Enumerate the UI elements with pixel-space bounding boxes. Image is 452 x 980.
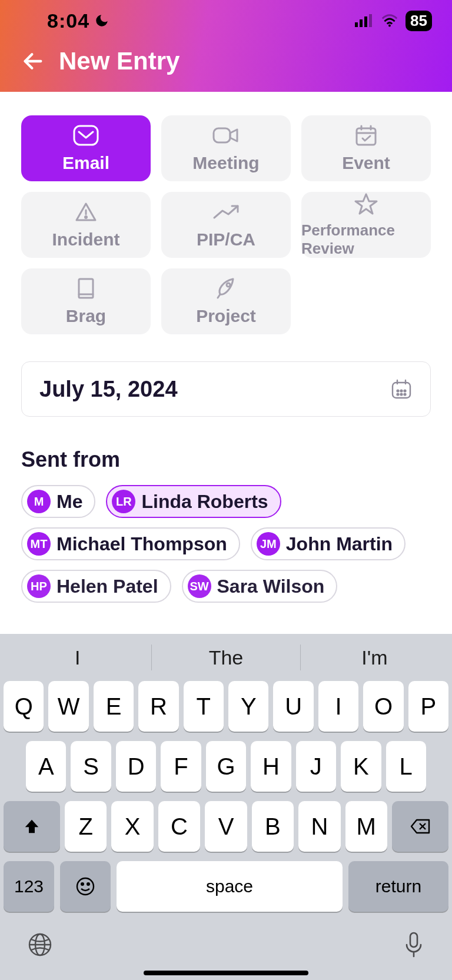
alert-icon	[74, 200, 98, 224]
key-r[interactable]: R	[138, 681, 178, 732]
avatar: SW	[188, 574, 211, 598]
date-field[interactable]: July 15, 2024	[21, 361, 431, 417]
key-row-3: Z X C V B N M	[4, 801, 448, 852]
sent-from-label: Sent from	[21, 447, 431, 472]
key-numbers[interactable]: 123	[4, 861, 54, 912]
person-chip-linda-roberts[interactable]: LR Linda Roberts	[106, 485, 281, 518]
key-h[interactable]: H	[251, 741, 291, 792]
avatar: HP	[27, 574, 51, 598]
key-i[interactable]: I	[318, 681, 358, 732]
key-n[interactable]: N	[298, 801, 340, 852]
form-body: Email Meeting Event Incident	[0, 92, 452, 634]
key-z[interactable]: Z	[65, 801, 107, 852]
svg-point-16	[227, 283, 230, 287]
type-pipca-button[interactable]: PIP/CA	[161, 192, 291, 258]
status-bar: 8:04 85	[0, 0, 452, 41]
svg-rect-8	[357, 128, 375, 145]
key-w[interactable]: W	[48, 681, 88, 732]
type-meeting-button[interactable]: Meeting	[161, 115, 291, 181]
key-s[interactable]: S	[71, 741, 111, 792]
suggestion[interactable]: I'm	[301, 646, 448, 669]
app-header: 8:04 85 New Entry	[0, 0, 452, 92]
type-email-button[interactable]: Email	[21, 115, 151, 181]
calendar-icon	[390, 378, 413, 400]
wifi-icon	[381, 14, 398, 27]
rocket-icon	[214, 277, 238, 300]
key-l[interactable]: L	[386, 741, 426, 792]
status-time: 8:04	[47, 9, 89, 32]
key-c[interactable]: C	[158, 801, 200, 852]
chip-label: Me	[56, 491, 82, 513]
key-row-4: 123 space return	[4, 861, 448, 912]
type-incident-button[interactable]: Incident	[21, 192, 151, 258]
home-indicator	[4, 964, 448, 975]
key-j[interactable]: J	[296, 741, 336, 792]
mic-icon[interactable]	[403, 931, 425, 959]
svg-point-20	[397, 390, 399, 392]
key-a[interactable]: A	[26, 741, 66, 792]
key-v[interactable]: V	[205, 801, 247, 852]
sent-from-chips: M Me LR Linda Roberts MT Michael Thompso…	[21, 485, 431, 603]
date-value: July 15, 2024	[39, 377, 178, 402]
svg-point-13	[85, 217, 87, 218]
type-performance-review-button[interactable]: Performance Review	[301, 192, 431, 258]
avatar: M	[27, 490, 51, 513]
suggestion[interactable]: The	[152, 646, 300, 669]
key-b[interactable]: B	[252, 801, 294, 852]
avatar: LR	[112, 490, 135, 513]
key-shift[interactable]	[4, 801, 60, 852]
key-t[interactable]: T	[184, 681, 224, 732]
key-g[interactable]: G	[206, 741, 246, 792]
key-q[interactable]: Q	[4, 681, 44, 732]
keyboard-suggestions: I The I'm	[4, 634, 448, 681]
key-backspace[interactable]	[392, 801, 448, 852]
person-chip-michael-thompson[interactable]: MT Michael Thompson	[21, 527, 240, 560]
type-label: Email	[62, 153, 109, 173]
svg-rect-1	[360, 19, 363, 27]
svg-rect-2	[364, 16, 367, 27]
type-label: Meeting	[192, 153, 259, 173]
key-emoji[interactable]	[60, 861, 111, 912]
person-chip-john-martin[interactable]: JM John Martin	[251, 527, 406, 560]
type-brag-button[interactable]: Brag	[21, 268, 151, 334]
svg-point-21	[401, 390, 403, 392]
person-chip-helen-patel[interactable]: HP Helen Patel	[21, 570, 171, 603]
type-label: Project	[196, 306, 256, 326]
battery-badge: 85	[406, 11, 432, 31]
video-icon	[212, 124, 240, 147]
key-f[interactable]: F	[161, 741, 201, 792]
key-k[interactable]: K	[341, 741, 381, 792]
key-return[interactable]: return	[348, 861, 448, 912]
mail-icon	[73, 124, 99, 147]
key-p[interactable]: P	[408, 681, 448, 732]
key-u[interactable]: U	[273, 681, 313, 732]
svg-rect-7	[214, 128, 230, 142]
key-e[interactable]: E	[94, 681, 134, 732]
on-screen-keyboard: I The I'm Q W E R T Y U I O P A S D F G …	[0, 634, 452, 980]
avatar: MT	[27, 532, 51, 556]
svg-point-4	[388, 25, 391, 27]
svg-point-23	[397, 394, 399, 396]
person-chip-sara-wilson[interactable]: SW Sara Wilson	[182, 570, 338, 603]
key-m[interactable]: M	[345, 801, 387, 852]
type-event-button[interactable]: Event	[301, 115, 431, 181]
key-y[interactable]: Y	[228, 681, 268, 732]
key-row-2: A S D F G H J K L	[4, 741, 448, 792]
book-icon	[75, 277, 97, 300]
key-row-1: Q W E R T Y U I O P	[4, 681, 448, 732]
key-x[interactable]: X	[111, 801, 153, 852]
type-label: Event	[342, 153, 390, 173]
calendar-check-icon	[354, 124, 378, 147]
type-label: PIP/CA	[197, 230, 255, 250]
key-d[interactable]: D	[116, 741, 156, 792]
person-chip-me[interactable]: M Me	[21, 485, 95, 518]
svg-rect-0	[355, 22, 358, 27]
back-button[interactable]	[21, 49, 45, 73]
key-space[interactable]: space	[117, 861, 343, 912]
globe-icon[interactable]	[27, 932, 53, 958]
svg-rect-3	[369, 14, 372, 27]
type-project-button[interactable]: Project	[161, 268, 291, 334]
key-o[interactable]: O	[363, 681, 403, 732]
suggestion[interactable]: I	[4, 646, 151, 669]
svg-point-28	[77, 878, 94, 895]
